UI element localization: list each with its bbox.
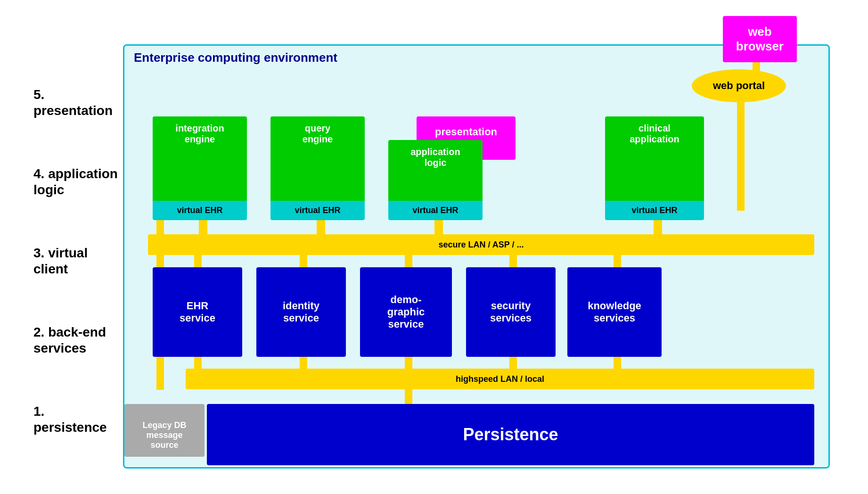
layer4-label: 4. application logic xyxy=(33,166,118,198)
query-green: query engine xyxy=(270,116,365,201)
service-knowledge: knowledge services xyxy=(567,267,662,357)
app-block-integration: integration engine virtual EHR xyxy=(153,116,247,220)
connector-query-v xyxy=(317,220,325,236)
service-security: security services xyxy=(466,267,556,357)
connector-clinical-v xyxy=(654,220,662,236)
web-portal-ellipse: web portal xyxy=(692,69,786,102)
clinical-green: clinical application xyxy=(605,116,704,201)
connector-integration-v xyxy=(199,220,207,236)
layer2-label: 2. back-end services xyxy=(33,324,118,356)
enterprise-title: Enterprise computing environment xyxy=(134,50,337,65)
conn-portal-clinical-v xyxy=(737,102,745,211)
integration-green: integration engine xyxy=(153,116,247,201)
applogic-cyan: virtual EHR xyxy=(388,201,483,220)
service-ehr: EHR service xyxy=(153,267,242,357)
layer3-label: 3. virtual client xyxy=(33,245,118,277)
outer-container: 5. presentation 4. application logic 3. … xyxy=(0,0,868,494)
layer5-label: 5. presentation xyxy=(33,87,118,118)
secure-lan-bar: secure LAN / ASP / ... xyxy=(148,234,814,255)
query-cyan: virtual EHR xyxy=(270,201,365,220)
applogic-green: application logic xyxy=(388,140,483,201)
highspeed-lan-label: highspeed LAN / local xyxy=(456,374,544,384)
main-area: web browser Enterprise computing environ… xyxy=(118,16,835,478)
secure-lan-label: secure LAN / ASP / ... xyxy=(438,240,524,250)
connector-applogic-v xyxy=(434,220,443,236)
conn-highspeed-persist-v xyxy=(405,389,412,406)
integration-cyan: virtual EHR xyxy=(153,201,247,220)
persistence-box: Persistence xyxy=(207,404,814,465)
service-identity: identity service xyxy=(256,267,346,357)
app-block-query: query engine virtual EHR xyxy=(270,116,365,220)
left-labels: 5. presentation 4. application logic 3. … xyxy=(33,16,118,478)
legacy-db-box: Legacy DB message source xyxy=(124,404,205,457)
app-block-applogic: application logic virtual EHR xyxy=(388,140,483,220)
diagram-wrapper: 5. presentation 4. application logic 3. … xyxy=(33,16,835,478)
clinical-cyan: virtual EHR xyxy=(605,201,704,220)
web-browser-box: web browser xyxy=(723,16,797,62)
layer1-label: 1. persistence xyxy=(33,403,118,435)
app-block-clinical: clinical application virtual EHR xyxy=(605,116,704,220)
service-demographic: demo- graphic service xyxy=(360,267,452,357)
highspeed-lan-bar: highspeed LAN / local xyxy=(186,369,814,389)
enterprise-box: Enterprise computing environment web por… xyxy=(123,44,830,469)
